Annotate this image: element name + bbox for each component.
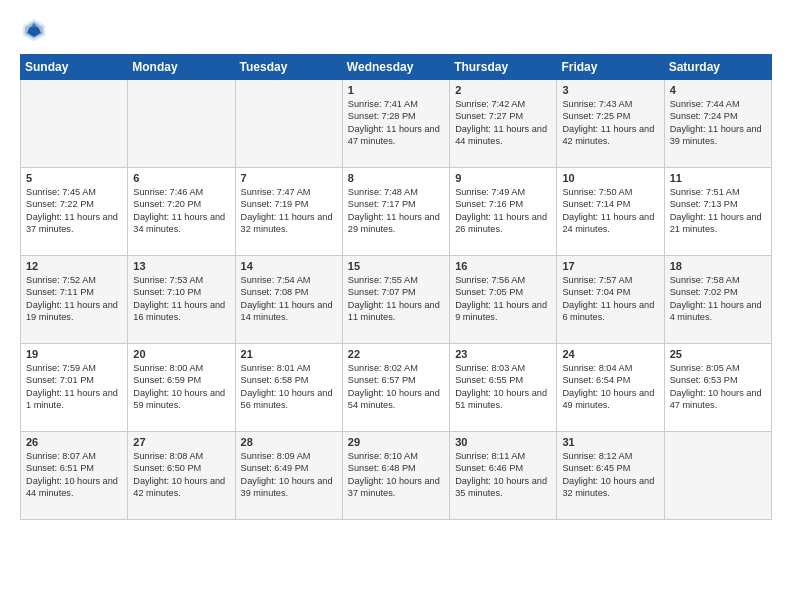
day-number: 27 xyxy=(133,436,229,448)
day-number: 10 xyxy=(562,172,658,184)
calendar-cell: 16Sunrise: 7:56 AMSunset: 7:05 PMDayligh… xyxy=(450,256,557,344)
calendar-cell: 7Sunrise: 7:47 AMSunset: 7:19 PMDaylight… xyxy=(235,168,342,256)
calendar-cell: 2Sunrise: 7:42 AMSunset: 7:27 PMDaylight… xyxy=(450,80,557,168)
col-header-thursday: Thursday xyxy=(450,55,557,80)
day-info: Sunrise: 7:43 AM xyxy=(562,98,658,110)
day-info: Sunrise: 7:54 AM xyxy=(241,274,337,286)
day-info: Sunset: 6:53 PM xyxy=(670,374,766,386)
day-info: Daylight: 11 hours and 9 minutes. xyxy=(455,299,551,324)
day-number: 28 xyxy=(241,436,337,448)
day-info: Daylight: 11 hours and 24 minutes. xyxy=(562,211,658,236)
calendar-cell: 18Sunrise: 7:58 AMSunset: 7:02 PMDayligh… xyxy=(664,256,771,344)
day-info: Sunrise: 8:12 AM xyxy=(562,450,658,462)
col-header-saturday: Saturday xyxy=(664,55,771,80)
day-info: Sunset: 7:22 PM xyxy=(26,198,122,210)
day-info: Daylight: 11 hours and 42 minutes. xyxy=(562,123,658,148)
day-info: Sunset: 7:11 PM xyxy=(26,286,122,298)
calendar-cell: 14Sunrise: 7:54 AMSunset: 7:08 PMDayligh… xyxy=(235,256,342,344)
header-row: SundayMondayTuesdayWednesdayThursdayFrid… xyxy=(21,55,772,80)
calendar-table: SundayMondayTuesdayWednesdayThursdayFrid… xyxy=(20,54,772,520)
day-info: Sunrise: 7:47 AM xyxy=(241,186,337,198)
calendar-cell: 22Sunrise: 8:02 AMSunset: 6:57 PMDayligh… xyxy=(342,344,449,432)
day-info: Sunset: 7:25 PM xyxy=(562,110,658,122)
day-info: Sunset: 7:01 PM xyxy=(26,374,122,386)
day-info: Sunrise: 7:56 AM xyxy=(455,274,551,286)
day-info: Sunrise: 7:41 AM xyxy=(348,98,444,110)
day-info: Daylight: 10 hours and 54 minutes. xyxy=(348,387,444,412)
col-header-tuesday: Tuesday xyxy=(235,55,342,80)
calendar-week-5: 26Sunrise: 8:07 AMSunset: 6:51 PMDayligh… xyxy=(21,432,772,520)
day-info: Sunrise: 7:57 AM xyxy=(562,274,658,286)
day-info: Sunset: 7:27 PM xyxy=(455,110,551,122)
col-header-friday: Friday xyxy=(557,55,664,80)
calendar-cell: 9Sunrise: 7:49 AMSunset: 7:16 PMDaylight… xyxy=(450,168,557,256)
calendar-cell xyxy=(128,80,235,168)
day-number: 21 xyxy=(241,348,337,360)
day-number: 7 xyxy=(241,172,337,184)
calendar-cell: 5Sunrise: 7:45 AMSunset: 7:22 PMDaylight… xyxy=(21,168,128,256)
day-info: Daylight: 11 hours and 19 minutes. xyxy=(26,299,122,324)
day-info: Daylight: 11 hours and 39 minutes. xyxy=(670,123,766,148)
day-number: 29 xyxy=(348,436,444,448)
day-info: Daylight: 11 hours and 44 minutes. xyxy=(455,123,551,148)
day-info: Sunrise: 8:00 AM xyxy=(133,362,229,374)
day-info: Sunset: 7:05 PM xyxy=(455,286,551,298)
day-number: 6 xyxy=(133,172,229,184)
day-info: Sunrise: 7:44 AM xyxy=(670,98,766,110)
day-info: Sunset: 7:04 PM xyxy=(562,286,658,298)
day-number: 26 xyxy=(26,436,122,448)
col-header-sunday: Sunday xyxy=(21,55,128,80)
col-header-wednesday: Wednesday xyxy=(342,55,449,80)
calendar-cell: 28Sunrise: 8:09 AMSunset: 6:49 PMDayligh… xyxy=(235,432,342,520)
day-info: Sunrise: 7:45 AM xyxy=(26,186,122,198)
day-info: Sunset: 6:48 PM xyxy=(348,462,444,474)
day-number: 30 xyxy=(455,436,551,448)
day-info: Sunrise: 7:55 AM xyxy=(348,274,444,286)
day-info: Daylight: 11 hours and 1 minute. xyxy=(26,387,122,412)
logo xyxy=(20,16,52,44)
day-number: 22 xyxy=(348,348,444,360)
day-info: Sunset: 6:55 PM xyxy=(455,374,551,386)
day-number: 17 xyxy=(562,260,658,272)
day-info: Daylight: 10 hours and 49 minutes. xyxy=(562,387,658,412)
day-info: Sunset: 6:51 PM xyxy=(26,462,122,474)
day-info: Sunrise: 8:05 AM xyxy=(670,362,766,374)
calendar-cell: 12Sunrise: 7:52 AMSunset: 7:11 PMDayligh… xyxy=(21,256,128,344)
day-number: 19 xyxy=(26,348,122,360)
calendar-week-4: 19Sunrise: 7:59 AMSunset: 7:01 PMDayligh… xyxy=(21,344,772,432)
day-info: Sunrise: 8:04 AM xyxy=(562,362,658,374)
day-info: Sunset: 6:46 PM xyxy=(455,462,551,474)
day-info: Daylight: 11 hours and 37 minutes. xyxy=(26,211,122,236)
calendar-cell: 27Sunrise: 8:08 AMSunset: 6:50 PMDayligh… xyxy=(128,432,235,520)
calendar-cell: 3Sunrise: 7:43 AMSunset: 7:25 PMDaylight… xyxy=(557,80,664,168)
day-number: 16 xyxy=(455,260,551,272)
calendar-cell: 29Sunrise: 8:10 AMSunset: 6:48 PMDayligh… xyxy=(342,432,449,520)
day-info: Sunrise: 7:42 AM xyxy=(455,98,551,110)
calendar-cell: 4Sunrise: 7:44 AMSunset: 7:24 PMDaylight… xyxy=(664,80,771,168)
col-header-monday: Monday xyxy=(128,55,235,80)
day-number: 14 xyxy=(241,260,337,272)
calendar-week-3: 12Sunrise: 7:52 AMSunset: 7:11 PMDayligh… xyxy=(21,256,772,344)
day-info: Daylight: 10 hours and 51 minutes. xyxy=(455,387,551,412)
day-info: Sunset: 7:16 PM xyxy=(455,198,551,210)
day-info: Daylight: 11 hours and 11 minutes. xyxy=(348,299,444,324)
calendar-cell: 31Sunrise: 8:12 AMSunset: 6:45 PMDayligh… xyxy=(557,432,664,520)
day-number: 24 xyxy=(562,348,658,360)
calendar-cell xyxy=(235,80,342,168)
calendar-cell: 19Sunrise: 7:59 AMSunset: 7:01 PMDayligh… xyxy=(21,344,128,432)
day-number: 15 xyxy=(348,260,444,272)
calendar-cell: 21Sunrise: 8:01 AMSunset: 6:58 PMDayligh… xyxy=(235,344,342,432)
day-info: Sunrise: 7:49 AM xyxy=(455,186,551,198)
calendar-cell xyxy=(21,80,128,168)
day-info: Sunrise: 7:53 AM xyxy=(133,274,229,286)
day-info: Sunrise: 7:51 AM xyxy=(670,186,766,198)
logo-icon xyxy=(20,16,48,44)
calendar-cell: 23Sunrise: 8:03 AMSunset: 6:55 PMDayligh… xyxy=(450,344,557,432)
calendar-cell: 25Sunrise: 8:05 AMSunset: 6:53 PMDayligh… xyxy=(664,344,771,432)
day-info: Daylight: 10 hours and 59 minutes. xyxy=(133,387,229,412)
day-number: 3 xyxy=(562,84,658,96)
day-number: 9 xyxy=(455,172,551,184)
day-info: Sunset: 7:24 PM xyxy=(670,110,766,122)
day-info: Daylight: 11 hours and 6 minutes. xyxy=(562,299,658,324)
day-info: Sunrise: 8:08 AM xyxy=(133,450,229,462)
